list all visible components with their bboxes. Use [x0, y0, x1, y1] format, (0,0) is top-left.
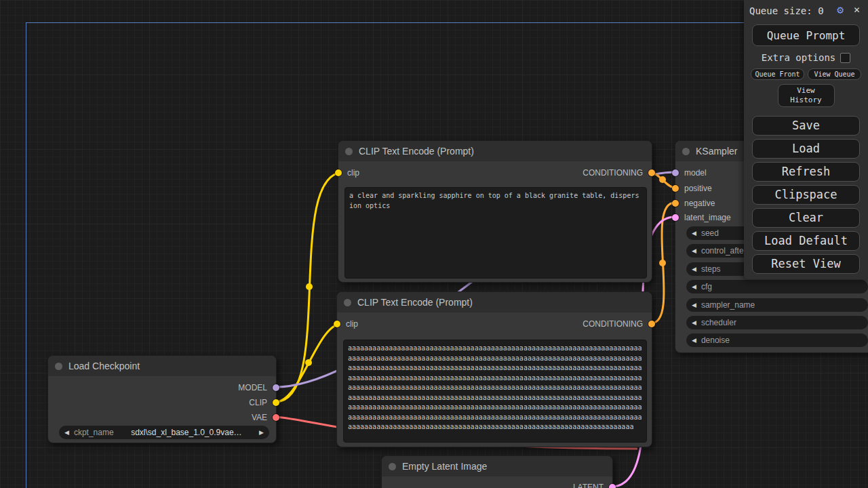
input-slot-positive[interactable]: positive	[672, 182, 712, 195]
collapse-dot[interactable]	[682, 148, 690, 155]
output-label: VAE	[252, 413, 267, 422]
input-label: clip	[347, 168, 359, 178]
widget-ckpt-name[interactable]: ◀ ckpt_name sdxl\sd_xl_base_1.0_0.9vae… …	[59, 426, 269, 439]
view-queue-button[interactable]: View Queue	[808, 68, 861, 80]
input-label: positive	[684, 184, 712, 193]
widget-label: ckpt_name	[74, 428, 114, 437]
output-slot-clip[interactable]: CLIP	[249, 396, 279, 409]
prompt-textarea[interactable]: aaaaaaaaaaaaaaaaaaaaaaaaaaaaaaaaaaaaaaaa…	[343, 340, 647, 443]
widget-left-arrow-icon[interactable]: ◀	[692, 338, 696, 344]
clip-input-dot[interactable]	[334, 321, 340, 327]
node-title: Load Checkpoint	[68, 361, 140, 371]
queue-size-label: Queue size: 0	[749, 5, 824, 16]
widget-left-arrow-icon[interactable]: ◀	[692, 266, 696, 272]
reset-view-button[interactable]: Reset View	[752, 254, 860, 274]
widget-denoise[interactable]: ◀ denoise	[686, 333, 868, 347]
collapse-dot[interactable]	[389, 463, 396, 470]
clip-output-dot[interactable]	[273, 399, 279, 406]
settings-gear-icon[interactable]: ⚙	[837, 5, 844, 16]
widget-scheduler[interactable]: ◀ scheduler	[686, 316, 868, 329]
widget-label: denoise	[701, 336, 730, 345]
widget-cfg[interactable]: ◀ cfg	[686, 280, 868, 293]
widget-left-arrow-icon[interactable]: ◀	[692, 284, 696, 290]
node-title-bar[interactable]: CLIP Text Encode (Prompt)	[338, 141, 652, 161]
output-label: LATENT	[573, 483, 604, 488]
input-slot-latent-image[interactable]: latent_image	[672, 211, 731, 224]
latent-output-dot[interactable]	[609, 484, 616, 488]
widget-label: cfg	[701, 282, 712, 291]
widget-label: seed	[701, 228, 719, 238]
widget-left-arrow-icon[interactable]: ◀	[64, 430, 69, 436]
output-label: CONDITIONING	[583, 319, 643, 329]
input-slot-clip[interactable]: clip	[335, 166, 359, 180]
latent-input-dot[interactable]	[672, 214, 679, 221]
extra-options-row: Extra options	[744, 52, 868, 63]
clipspace-button[interactable]: Clipspace	[752, 185, 860, 205]
node-title: Empty Latent Image	[402, 461, 487, 472]
conditioning-output-dot[interactable]	[648, 169, 655, 176]
node-title: CLIP Text Encode (Prompt)	[359, 146, 474, 157]
input-slot-clip[interactable]: clip	[334, 317, 358, 331]
conditioning-input-dot[interactable]	[672, 200, 679, 207]
widget-sampler-name[interactable]: ◀ sampler_name	[686, 298, 868, 312]
widget-label: sampler_name	[701, 300, 755, 310]
save-button[interactable]: Save	[752, 116, 860, 136]
input-label: latent_image	[684, 213, 731, 222]
output-slot-vae[interactable]: VAE	[252, 411, 279, 424]
queue-prompt-button[interactable]: Queue Prompt	[752, 24, 860, 46]
input-slot-negative[interactable]: negative	[672, 197, 715, 210]
input-slot-model[interactable]: model	[672, 166, 707, 180]
node-title-bar[interactable]: Load Checkpoint	[48, 356, 276, 376]
widget-label: steps	[701, 264, 721, 274]
widget-left-arrow-icon[interactable]: ◀	[692, 230, 696, 237]
load-default-button[interactable]: Load Default	[752, 231, 860, 251]
node-title: CLIP Text Encode (Prompt)	[357, 297, 473, 308]
model-input-dot[interactable]	[672, 169, 679, 176]
refresh-button[interactable]: Refresh	[752, 162, 860, 182]
close-icon[interactable]: ✕	[854, 5, 860, 15]
vae-output-dot[interactable]	[273, 414, 279, 421]
output-label: MODEL	[238, 383, 267, 392]
conditioning-input-dot[interactable]	[672, 185, 679, 192]
output-label: CLIP	[249, 398, 267, 407]
node-title: KSampler	[696, 146, 737, 157]
widget-value: sdxl\sd_xl_base_1.0_0.9vae…	[119, 428, 254, 437]
collapse-dot[interactable]	[345, 148, 353, 155]
collapse-dot[interactable]	[344, 299, 351, 306]
input-label: clip	[346, 319, 358, 329]
widget-left-arrow-icon[interactable]: ◀	[692, 320, 696, 326]
output-label: CONDITIONING	[583, 168, 643, 178]
node-clip-text-encode-negative[interactable]: CLIP Text Encode (Prompt) clip CONDITION…	[336, 291, 652, 447]
clear-button[interactable]: Clear	[752, 208, 860, 228]
output-slot-latent[interactable]: LATENT	[573, 481, 616, 488]
load-button[interactable]: Load	[752, 139, 860, 159]
output-slot-conditioning[interactable]: CONDITIONING	[583, 166, 655, 180]
widget-left-arrow-icon[interactable]: ◀	[692, 302, 696, 308]
comfy-menu: Queue size: 0 ⚙ ✕ Queue Prompt Extra opt…	[744, 0, 868, 279]
input-label: model	[684, 168, 707, 178]
widget-left-arrow-icon[interactable]: ◀	[692, 248, 696, 254]
output-slot-conditioning[interactable]: CONDITIONING	[583, 317, 655, 331]
queue-buttons-row: Queue Front View Queue	[751, 68, 861, 80]
comfyui-app: CLIP Text Encode (Prompt) clip CONDITION…	[0, 0, 868, 488]
collapse-dot[interactable]	[55, 363, 62, 370]
queue-front-button[interactable]: Queue Front	[751, 68, 804, 80]
clip-input-dot[interactable]	[335, 169, 342, 176]
node-title-bar[interactable]: Empty Latent Image	[382, 456, 612, 476]
node-canvas[interactable]: CLIP Text Encode (Prompt) clip CONDITION…	[0, 0, 868, 488]
prompt-textarea[interactable]: a clear and sparkling sapphire on top of…	[344, 187, 647, 279]
menu-header: Queue size: 0 ⚙ ✕	[744, 0, 868, 20]
node-load-checkpoint[interactable]: Load Checkpoint MODEL CLIP VAE ◀ ckpt_na…	[47, 355, 277, 443]
model-output-dot[interactable]	[273, 384, 279, 391]
menu-actions: Save Load Refresh Clipspace Clear Load D…	[744, 116, 868, 274]
extra-options-checkbox[interactable]	[840, 53, 850, 63]
node-clip-text-encode-positive[interactable]: CLIP Text Encode (Prompt) clip CONDITION…	[338, 140, 652, 283]
conditioning-output-dot[interactable]	[648, 321, 655, 327]
widget-right-arrow-icon[interactable]: ▶	[259, 430, 264, 436]
widget-label: scheduler	[701, 318, 736, 327]
input-label: negative	[684, 199, 715, 208]
output-slot-model[interactable]: MODEL	[238, 381, 279, 394]
view-history-button[interactable]: View History	[778, 84, 835, 107]
node-empty-latent-image[interactable]: Empty Latent Image LATENT	[381, 455, 613, 488]
node-title-bar[interactable]: CLIP Text Encode (Prompt)	[337, 292, 652, 312]
